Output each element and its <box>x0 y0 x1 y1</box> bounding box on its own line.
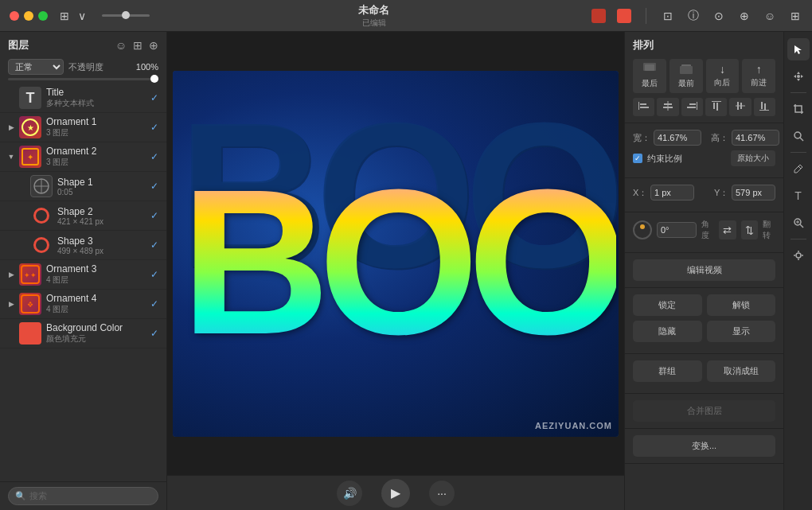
height-input[interactable] <box>732 130 779 146</box>
text-tool[interactable]: T <box>787 185 810 207</box>
pointer-tool[interactable] <box>787 38 810 60</box>
lock-section: 锁定 解锁 隐藏 显示 <box>625 288 783 354</box>
layer-info-ornament4: Ornament 4 4 图层 <box>46 293 149 315</box>
align-left-button[interactable] <box>633 98 654 116</box>
align-bottom-button[interactable] <box>754 98 775 116</box>
crop-tool[interactable] <box>787 98 810 120</box>
photo-icon[interactable]: ⊡ <box>661 9 675 23</box>
more-button[interactable]: ··· <box>429 481 455 506</box>
minimize-button[interactable] <box>24 11 33 21</box>
merge-layers-button[interactable]: 合并图层 <box>633 400 775 422</box>
canvas-image[interactable]: BOO BOO BOO <box>173 71 619 437</box>
layer-item-bgcolor[interactable]: Background Color 颜色填充元 ✓ <box>0 319 166 348</box>
transform-button[interactable]: 变换... <box>633 435 775 457</box>
rotation-input[interactable] <box>657 222 697 238</box>
merge-section: 合并图层 <box>625 394 783 429</box>
y-input[interactable] <box>732 185 775 200</box>
ungroup-button[interactable]: 取消成组 <box>707 360 776 382</box>
emoji-icon[interactable]: ☺ <box>763 9 777 23</box>
layer-item-title[interactable]: T Title 多种文本样式 ✓ <box>0 84 166 113</box>
export-icon[interactable]: ⊙ <box>712 9 726 23</box>
layers-icon[interactable]: ⊞ <box>133 39 142 52</box>
svg-point-41 <box>796 253 801 258</box>
arrange-forward-button[interactable]: ↑ 前进 <box>742 59 775 93</box>
hide-button[interactable]: 隐藏 <box>633 321 702 342</box>
layer-visibility[interactable]: ✓ <box>149 328 160 339</box>
layer-visibility[interactable]: ✓ <box>149 269 160 280</box>
expand-icon[interactable]: ▶ <box>6 270 16 279</box>
flip-h-button[interactable]: ⇄ <box>719 220 736 239</box>
align-right-button[interactable] <box>681 98 703 116</box>
arrange-front-icon <box>680 63 693 76</box>
layer-item-shape1[interactable]: Shape 1 0:05 ✓ <box>0 172 166 201</box>
constrain-checkbox[interactable]: ✓ <box>633 154 642 163</box>
arrange-front-button[interactable]: 最前 <box>670 59 703 93</box>
unlock-button[interactable]: 解锁 <box>707 294 776 316</box>
width-row: 宽： 高： <box>633 130 775 146</box>
move-tool[interactable] <box>787 65 810 88</box>
layer-item-ornament2[interactable]: ▼ ✦ Ornament 2 3 图层 ✓ <box>0 142 166 172</box>
align-top-button[interactable] <box>705 98 727 116</box>
layer-info-shape1: Shape 1 0:05 <box>57 177 149 197</box>
expand-icon[interactable]: ▶ <box>6 299 16 309</box>
layer-visibility[interactable]: ✓ <box>149 92 160 103</box>
brush-tool[interactable] <box>787 158 810 180</box>
layer-item-shape3[interactable]: Shape 3 499 × 489 px ✓ <box>0 231 166 260</box>
rotation-indicator <box>640 224 645 229</box>
layer-visibility[interactable]: ✓ <box>149 239 160 251</box>
svg-rect-17 <box>640 107 649 108</box>
lock-button[interactable]: 锁定 <box>633 294 702 316</box>
expand-icon[interactable]: ▼ <box>6 152 16 162</box>
brightness-tool[interactable] <box>787 244 810 267</box>
zoom-slider[interactable] <box>102 14 150 17</box>
layer-name: Background Color <box>46 322 149 333</box>
align-center-h-button[interactable] <box>657 98 678 116</box>
blend-mode-select[interactable]: 正常 <box>8 59 64 75</box>
x-input[interactable] <box>650 185 694 200</box>
close-button[interactable] <box>10 11 19 21</box>
layer-item-shape2[interactable]: Shape 2 421 × 421 px ✓ <box>0 201 166 231</box>
layer-visibility[interactable]: ✓ <box>149 181 160 192</box>
expand-icon[interactable]: ▶ <box>6 123 16 132</box>
share-icon[interactable]: ⊕ <box>737 9 751 23</box>
rotation-dial[interactable] <box>633 220 652 239</box>
arrange-back-button[interactable]: 最后 <box>633 59 666 93</box>
panel-expand-icon[interactable]: ∨ <box>75 9 89 23</box>
search-zoom-tool[interactable] <box>787 212 810 234</box>
add-icon[interactable]: ⊕ <box>149 39 158 52</box>
layer-visibility[interactable]: ✓ <box>149 298 160 310</box>
canvas-content: BOO BOO BOO AEZIYUAN.COM <box>167 32 624 475</box>
align-middle-v-button[interactable] <box>729 98 751 116</box>
fullscreen2-icon[interactable]: ⊞ <box>788 9 802 23</box>
boo-container: BOO BOO BOO <box>173 71 619 437</box>
info-icon[interactable]: ⓘ <box>686 9 701 23</box>
constraint-row: ✓ 约束比例 原始大小 <box>633 150 775 166</box>
width-input[interactable] <box>654 130 701 146</box>
zoom-tool[interactable] <box>787 125 810 147</box>
fullscreen-button[interactable] <box>38 11 48 21</box>
arrange-backward-button[interactable]: ↓ 向后 <box>706 59 740 93</box>
edit-video-button[interactable]: 编辑视频 <box>633 259 775 281</box>
search-box[interactable]: 🔍 搜索 <box>8 487 158 505</box>
arrange-back-icon <box>643 63 656 76</box>
record-icon[interactable] <box>591 9 606 23</box>
arrangement-buttons: 最后 最前 ↓ 向后 ↑ 前进 <box>633 59 775 93</box>
layer-item-ornament4[interactable]: ▶ ❖ Ornament 4 4 图层 ✓ <box>0 290 166 319</box>
group-button[interactable]: 群组 <box>633 360 702 382</box>
layer-visibility[interactable]: ✓ <box>149 122 160 133</box>
play-button[interactable]: ▶ <box>381 479 410 508</box>
svg-rect-15 <box>638 102 639 110</box>
reset-size-button[interactable]: 原始大小 <box>731 150 775 166</box>
layer-visibility[interactable]: ✓ <box>149 151 160 162</box>
group-row: 群组 取消成组 <box>633 360 775 382</box>
panel-toggle-icon[interactable]: ⊞ <box>57 9 72 23</box>
record2-icon[interactable] <box>617 9 631 23</box>
flip-v-button[interactable]: ⇅ <box>741 220 759 239</box>
layer-item-ornament1[interactable]: ▶ ★ Ornament 1 3 图层 ✓ <box>0 113 166 142</box>
layer-item-ornament3[interactable]: ▶ ✦✦ Ornament 3 4 图层 ✓ <box>0 260 166 290</box>
smiley-icon[interactable]: ☺ <box>115 39 127 52</box>
volume-button[interactable]: 🔊 <box>337 481 362 506</box>
layer-info-ornament3: Ornament 3 4 图层 <box>46 263 149 286</box>
layer-visibility[interactable]: ✓ <box>149 210 160 221</box>
show-button[interactable]: 显示 <box>707 321 776 342</box>
